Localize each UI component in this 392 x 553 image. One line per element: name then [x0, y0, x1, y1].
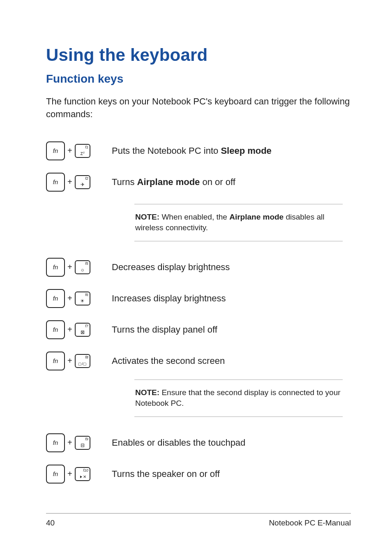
keycombo-fn-f6: fn + f6 ☀	[46, 289, 112, 308]
key-label-f6: f6	[85, 293, 88, 297]
plus-icon: +	[67, 262, 72, 272]
key-fn: fn	[46, 433, 65, 452]
key-fn: fn	[46, 465, 65, 484]
plus-icon: +	[67, 325, 72, 334]
airplane-icon: ✈	[81, 182, 85, 187]
desc-f2-post: on or off	[200, 177, 235, 187]
manual-title: Notebook PC E-Manual	[269, 518, 351, 528]
page-footer: 40 Notebook PC E-Manual	[46, 513, 351, 528]
desc-f2-pre: Turns	[112, 177, 137, 187]
brightness-up-icon: ☀	[80, 298, 85, 303]
intro-text: The function keys on your Notebook PC's …	[46, 95, 351, 121]
speaker-mute-icon: 🕨✕	[79, 475, 86, 479]
heading-using-keyboard: Using the keyboard	[46, 45, 351, 65]
keycombo-fn-f5: fn + f5 ☼	[46, 258, 112, 277]
key-f6: f6 ☀	[75, 292, 90, 305]
plus-icon: +	[67, 294, 72, 303]
key-label-f5: f5	[85, 261, 88, 266]
desc-f5: Decreases display brightness	[112, 261, 230, 273]
note-airplane: NOTE: When enabled, the Airplane mode di…	[134, 204, 343, 241]
note-second-display-text: NOTE: Ensure that the second display is …	[135, 387, 342, 409]
page-body: Using the keyboard Function keys The fun…	[0, 0, 392, 484]
second-screen-icon: ▢/▢	[78, 362, 87, 366]
plus-icon: +	[67, 177, 72, 187]
brightness-down-icon: ☼	[80, 267, 85, 272]
plus-icon: +	[67, 469, 72, 479]
row-fn-f10: fn + f10 🕨✕ Turns the speaker on or off	[46, 465, 351, 484]
note-second-display: NOTE: Ensure that the second display is …	[134, 379, 343, 417]
key-f5: f5 ☼	[75, 260, 90, 274]
note-label: NOTE:	[135, 388, 159, 397]
keycombo-fn-f10: fn + f10 🕨✕	[46, 465, 112, 484]
key-f9: f9 ⊟	[75, 436, 90, 450]
page-number: 40	[46, 518, 55, 528]
row-fn-f5: fn + f5 ☼ Decreases display brightness	[46, 258, 351, 277]
key-fn: fn	[46, 258, 65, 277]
row-fn-f7: fn + f7 ⊠ Turns the display panel off	[46, 320, 351, 339]
display-off-icon: ⊠	[81, 330, 85, 335]
key-fn: fn	[46, 320, 65, 339]
note2-text: Ensure that the second display is connec…	[135, 388, 341, 408]
key-f8: f8 ▢/▢	[75, 354, 90, 368]
desc-f9: Enables or disables the touchpad	[112, 437, 245, 449]
desc-f2: Turns Airplane mode on or off	[112, 176, 235, 188]
keycombo-fn-f2: fn + f2 ✈	[46, 173, 112, 192]
desc-f1: Puts the Notebook PC into Sleep mode	[112, 145, 272, 157]
touchpad-icon: ⊟	[81, 443, 85, 448]
plus-icon: +	[67, 438, 72, 447]
key-fn: fn	[46, 352, 65, 370]
key-label-f2: f2	[85, 176, 88, 180]
row-fn-f6: fn + f6 ☀ Increases display brightness	[46, 289, 351, 308]
row-fn-f8: fn + f8 ▢/▢ Activates the second screen	[46, 352, 351, 370]
desc-f8: Activates the second screen	[112, 355, 225, 367]
plus-icon: +	[67, 146, 72, 155]
note-label: NOTE:	[135, 213, 159, 221]
key-f1: f1 zᶻ	[75, 144, 90, 158]
desc-f1-bold: Sleep mode	[221, 146, 271, 156]
key-f2: f2 ✈	[75, 175, 90, 189]
key-label-f8: f8	[85, 355, 88, 359]
keycombo-fn-f9: fn + f9 ⊟	[46, 433, 112, 452]
key-fn: fn	[46, 289, 65, 308]
key-label-f10: f10	[83, 468, 88, 472]
row-fn-f9: fn + f9 ⊟ Enables or disables the touchp…	[46, 433, 351, 452]
keycombo-fn-f8: fn + f8 ▢/▢	[46, 352, 112, 370]
desc-f10: Turns the speaker on or off	[112, 468, 220, 480]
desc-f7: Turns the display panel off	[112, 324, 217, 336]
key-f10: f10 🕨✕	[75, 467, 90, 481]
desc-f1-pre: Puts the Notebook PC into	[112, 146, 221, 156]
desc-f6: Increases display brightness	[112, 292, 226, 305]
subheading-function-keys: Function keys	[46, 72, 351, 86]
key-fn: fn	[46, 173, 65, 192]
key-f7: f7 ⊠	[75, 323, 90, 337]
row-fn-f1: fn + f1 zᶻ Puts the Notebook PC into Sle…	[46, 141, 351, 160]
note-airplane-text: NOTE: When enabled, the Airplane mode di…	[135, 212, 342, 234]
note1-bold: Airplane mode	[229, 213, 284, 221]
note1-pre: When enabled, the	[159, 213, 229, 221]
keycombo-fn-f1: fn + f1 zᶻ	[46, 141, 112, 160]
row-fn-f2: fn + f2 ✈ Turns Airplane mode on or off	[46, 173, 351, 192]
sleep-icon: zᶻ	[81, 151, 85, 156]
key-label-f7: f7	[85, 324, 88, 328]
key-fn: fn	[46, 141, 65, 160]
key-label-f1: f1	[85, 145, 88, 149]
key-label-f9: f9	[85, 437, 88, 441]
desc-f2-bold: Airplane mode	[137, 177, 200, 187]
plus-icon: +	[67, 356, 72, 366]
keycombo-fn-f7: fn + f7 ⊠	[46, 320, 112, 339]
